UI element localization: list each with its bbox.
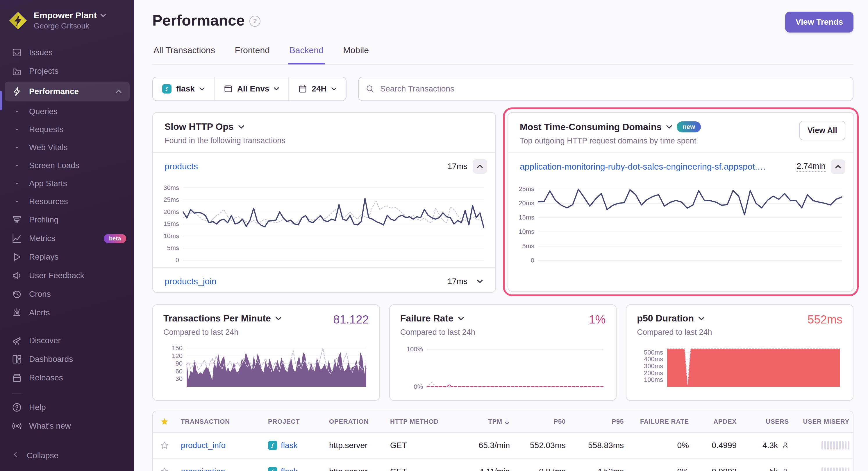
expand-row-button[interactable] bbox=[473, 274, 487, 289]
sidebar-item-dashboards[interactable]: Dashboards bbox=[0, 350, 134, 369]
tab-mobile[interactable]: Mobile bbox=[342, 45, 370, 64]
domain-time-value[interactable]: 2.74min bbox=[797, 162, 826, 172]
most-time-consuming-domains-card: Most Time-Consuming Domains new View All… bbox=[507, 112, 854, 292]
sidebar-item-user-feedback[interactable]: User Feedback bbox=[0, 266, 134, 285]
sidebar-item-app-starts[interactable]: App Starts bbox=[0, 174, 134, 193]
favorites-column-header[interactable] bbox=[153, 417, 176, 426]
clock-icon bbox=[12, 289, 22, 299]
svg-text:15ms: 15ms bbox=[519, 214, 534, 221]
chevron-up-icon bbox=[477, 165, 483, 168]
new-badge: new bbox=[677, 122, 701, 132]
svg-text:0%: 0% bbox=[414, 383, 423, 390]
collapse-row-button[interactable] bbox=[831, 160, 845, 174]
svg-text:400ms: 400ms bbox=[644, 356, 663, 363]
sidebar-item-discover[interactable]: Discover bbox=[0, 331, 134, 350]
chevron-up-icon bbox=[116, 90, 122, 93]
column-header-users[interactable]: USERS bbox=[741, 418, 794, 426]
column-header-p95[interactable]: P95 bbox=[570, 418, 628, 426]
column-header-http-method[interactable]: HTTP METHOD bbox=[385, 418, 450, 426]
column-header-transaction[interactable]: TRANSACTION bbox=[176, 418, 264, 426]
sidebar-item-metrics[interactable]: Metrics beta bbox=[0, 229, 134, 248]
sidebar: Empower Plant George Gritsouk Issues Pro… bbox=[0, 0, 134, 471]
date-range-filter[interactable]: 24H bbox=[289, 77, 346, 100]
column-header-failure-rate[interactable]: FAILURE RATE bbox=[628, 418, 693, 426]
transaction-link[interactable]: products_join bbox=[164, 276, 216, 286]
failure-rate-value: 1% bbox=[589, 313, 606, 326]
svg-text:500ms: 500ms bbox=[644, 349, 663, 356]
sidebar-item-queries[interactable]: Queries bbox=[0, 102, 134, 121]
chevron-left-icon bbox=[12, 450, 20, 461]
sidebar-item-profiling[interactable]: Profiling bbox=[0, 210, 134, 229]
column-header-p50[interactable]: P50 bbox=[515, 418, 570, 426]
svg-text:25ms: 25ms bbox=[163, 196, 179, 203]
view-trends-button[interactable]: View Trends bbox=[785, 12, 854, 33]
sidebar-item-label: Projects bbox=[29, 67, 58, 76]
help-question-icon[interactable]: ? bbox=[249, 16, 260, 27]
active-nav-indicator bbox=[0, 91, 2, 110]
sidebar-collapse-button[interactable]: Collapse bbox=[0, 450, 134, 471]
sidebar-item-help[interactable]: Help bbox=[0, 398, 134, 417]
calendar-icon bbox=[298, 85, 307, 93]
environment-filter[interactable]: All Envs bbox=[215, 77, 288, 100]
chevron-down-icon bbox=[699, 317, 704, 320]
sidebar-item-performance[interactable]: Performance bbox=[5, 81, 130, 101]
tab-all-transactions[interactable]: All Transactions bbox=[152, 45, 216, 64]
releases-icon bbox=[12, 373, 22, 383]
http-method-cell: GET bbox=[385, 441, 450, 450]
svg-text:0: 0 bbox=[531, 257, 534, 264]
chevron-down-icon bbox=[100, 14, 106, 17]
project-cell[interactable]: flask bbox=[264, 441, 324, 450]
domains-title[interactable]: Most Time-Consuming Domains new bbox=[520, 122, 844, 132]
sidebar-item-alerts[interactable]: Alerts bbox=[0, 303, 134, 322]
transaction-link[interactable]: product_info bbox=[181, 441, 225, 450]
column-header-operation[interactable]: OPERATION bbox=[324, 418, 385, 426]
slow-http-ops-title[interactable]: Slow HTTP Ops bbox=[164, 122, 486, 132]
domain-link[interactable]: application-monitoring-ruby-dot-sales-en… bbox=[520, 162, 770, 172]
svg-text:10ms: 10ms bbox=[163, 232, 179, 240]
project-cell[interactable]: flask bbox=[264, 467, 324, 471]
column-header-user-misery[interactable]: USER MISERY bbox=[794, 418, 854, 426]
transaction-link[interactable]: products bbox=[164, 162, 198, 171]
sidebar-item-label: What's new bbox=[29, 422, 71, 431]
sidebar-item-requests[interactable]: Requests bbox=[0, 121, 134, 138]
star-outline-icon bbox=[160, 441, 169, 450]
sidebar-item-crons[interactable]: Crons bbox=[0, 285, 134, 303]
transactions-table: TRANSACTION PROJECT OPERATION HTTP METHO… bbox=[152, 411, 854, 471]
page-header: Performance ? View Trends bbox=[152, 12, 854, 33]
sidebar-item-replays[interactable]: Replays bbox=[0, 248, 134, 266]
chevron-down-icon bbox=[666, 125, 672, 129]
p50-duration-subtitle: Compared to last 24h bbox=[637, 328, 842, 337]
failure-rate-title[interactable]: Failure Rate bbox=[400, 313, 606, 324]
bullet-icon bbox=[12, 111, 22, 112]
user-icon bbox=[781, 442, 789, 449]
sidebar-item-screen-loads[interactable]: Screen Loads bbox=[0, 157, 134, 174]
collapse-row-button[interactable] bbox=[473, 159, 487, 174]
column-header-project[interactable]: PROJECT bbox=[264, 418, 324, 426]
users-cell: 5k bbox=[741, 467, 794, 471]
favorite-toggle[interactable] bbox=[153, 441, 176, 450]
org-switcher[interactable]: Empower Plant George Gritsouk bbox=[0, 0, 134, 39]
favorite-toggle[interactable] bbox=[153, 467, 176, 471]
user-misery-cell bbox=[794, 441, 854, 449]
tab-bar: All Transactions Frontend Backend Mobile bbox=[152, 45, 854, 65]
domain-row: application-monitoring-ruby-dot-sales-en… bbox=[508, 153, 854, 179]
tab-frontend[interactable]: Frontend bbox=[234, 45, 271, 64]
column-header-tpm[interactable]: TPM bbox=[450, 418, 515, 426]
transaction-link[interactable]: organization bbox=[181, 467, 225, 471]
view-all-button[interactable]: View All bbox=[799, 121, 845, 140]
sidebar-item-resources[interactable]: Resources bbox=[0, 193, 134, 210]
transaction-row: products_join 17ms bbox=[153, 268, 495, 294]
tab-backend[interactable]: Backend bbox=[288, 45, 325, 64]
sidebar-item-projects[interactable]: Projects bbox=[0, 62, 134, 80]
bullet-icon bbox=[12, 129, 22, 130]
column-header-apdex[interactable]: APDEX bbox=[693, 418, 741, 426]
project-filter[interactable]: flask bbox=[153, 77, 214, 100]
search-transactions-input[interactable] bbox=[379, 83, 846, 94]
sidebar-item-web-vitals[interactable]: Web Vitals bbox=[0, 138, 134, 157]
sidebar-item-releases[interactable]: Releases bbox=[0, 369, 134, 387]
filter-bar: flask All Envs 24H bbox=[152, 77, 854, 101]
svg-text:300ms: 300ms bbox=[644, 362, 663, 370]
sidebar-item-whats-new[interactable]: What's new bbox=[0, 417, 134, 435]
broadcast-icon bbox=[12, 421, 22, 431]
sidebar-item-issues[interactable]: Issues bbox=[0, 43, 134, 62]
